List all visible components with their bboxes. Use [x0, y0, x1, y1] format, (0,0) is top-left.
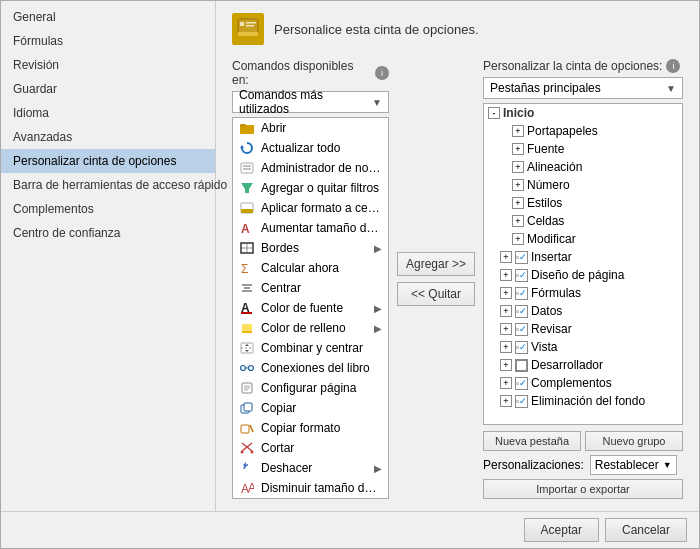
command-item-18[interactable]: AADisminuir tamaño de fuente: [233, 478, 388, 498]
tree-item-8[interactable]: +Diseño de página: [484, 266, 682, 284]
tree-root-row[interactable]: -Inicio: [484, 104, 682, 122]
tree-checkbox[interactable]: [515, 359, 528, 372]
command-item-7[interactable]: ΣCalcular ahora: [233, 258, 388, 278]
tree-item-0[interactable]: +Portapapeles: [484, 122, 682, 140]
command-item-12[interactable]: Conexiones del libro: [233, 358, 388, 378]
sidebar-item-formulas[interactable]: Fórmulas: [1, 29, 215, 53]
tree-expand-icon[interactable]: +: [500, 323, 512, 335]
add-button[interactable]: Agregar >>: [397, 252, 475, 276]
tree-item-9[interactable]: +Fórmulas: [484, 284, 682, 302]
tree-expand-icon[interactable]: +: [512, 161, 524, 173]
sidebar-item-centroconfianza[interactable]: Centro de confianza: [1, 221, 215, 245]
command-item-5[interactable]: AAumentar tamaño de fuente: [233, 218, 388, 238]
command-icon: [239, 141, 255, 155]
sidebar-item-avanzadas[interactable]: Avanzadas: [1, 125, 215, 149]
command-item-11[interactable]: Combinar y centrar: [233, 338, 388, 358]
tree-item-1[interactable]: +Fuente: [484, 140, 682, 158]
tree-expand-icon[interactable]: +: [500, 341, 512, 353]
tree-item-12[interactable]: +Vista: [484, 338, 682, 356]
tree-item-13[interactable]: +Desarrollador: [484, 356, 682, 374]
customize-dropdown[interactable]: Pestañas principales ▼: [483, 77, 683, 99]
ribbon-icon: [232, 13, 264, 45]
tree-item-6[interactable]: +Modificar: [484, 230, 682, 248]
sidebar-item-guardar[interactable]: Guardar: [1, 77, 215, 101]
tree-expand-icon[interactable]: +: [500, 287, 512, 299]
tree-item-3[interactable]: +Número: [484, 176, 682, 194]
tree-item-7[interactable]: +Insertar: [484, 248, 682, 266]
tree-expand-icon[interactable]: +: [500, 269, 512, 281]
tree-expand-icon[interactable]: +: [512, 215, 524, 227]
tree-checkbox[interactable]: [515, 377, 528, 390]
customize-info-icon[interactable]: i: [666, 59, 680, 73]
import-export-button[interactable]: Importar o exportar: [483, 479, 683, 499]
cancel-button[interactable]: Cancelar: [605, 518, 687, 542]
command-item-2[interactable]: Administrador de nombres: [233, 158, 388, 178]
accept-button[interactable]: Aceptar: [524, 518, 599, 542]
tree-container[interactable]: -Inicio+Portapapeles+Fuente+Alineación+N…: [483, 103, 683, 425]
tree-item-2[interactable]: +Alineación: [484, 158, 682, 176]
tree-expand-icon[interactable]: -: [488, 107, 500, 119]
command-item-16[interactable]: Cortar: [233, 438, 388, 458]
command-item-10[interactable]: Color de relleno▶: [233, 318, 388, 338]
svg-text:A: A: [241, 222, 250, 234]
command-item-8[interactable]: Centrar: [233, 278, 388, 298]
submenu-arrow-icon: ▶: [374, 463, 382, 474]
command-icon: [239, 161, 255, 175]
command-item-13[interactable]: Configurar página: [233, 378, 388, 398]
tree-checkbox[interactable]: [515, 323, 528, 336]
command-item-0[interactable]: Abrir: [233, 118, 388, 138]
tree-expand-icon[interactable]: +: [500, 377, 512, 389]
tree-item-10[interactable]: +Datos: [484, 302, 682, 320]
tree-checkbox[interactable]: [515, 305, 528, 318]
command-item-14[interactable]: Copiar: [233, 398, 388, 418]
command-item-15[interactable]: Copiar formato: [233, 418, 388, 438]
new-tab-button[interactable]: Nueva pestaña: [483, 431, 581, 451]
new-group-button[interactable]: Nuevo grupo: [585, 431, 683, 451]
command-item-text: Color de relleno: [261, 321, 368, 335]
command-item-6[interactable]: Bordes▶: [233, 238, 388, 258]
tree-checkbox[interactable]: [515, 251, 528, 264]
commands-dropdown[interactable]: Comandos más utilizados ▼: [232, 91, 389, 113]
tree-expand-icon[interactable]: +: [512, 197, 524, 209]
svg-rect-6: [240, 124, 246, 127]
tree-checkbox[interactable]: [515, 269, 528, 282]
sidebar-item-complementos[interactable]: Complementos: [1, 197, 215, 221]
tree-expand-icon[interactable]: +: [500, 251, 512, 263]
tree-checkbox[interactable]: [515, 341, 528, 354]
tree-expand-icon[interactable]: +: [512, 233, 524, 245]
tree-item-4[interactable]: +Estilos: [484, 194, 682, 212]
tree-item-11[interactable]: +Revisar: [484, 320, 682, 338]
tree-expand-icon[interactable]: +: [500, 359, 512, 371]
command-item-1[interactable]: Actualizar todo: [233, 138, 388, 158]
command-icon: A: [239, 301, 255, 315]
command-item-17[interactable]: Deshacer▶: [233, 458, 388, 478]
sidebar-item-idioma[interactable]: Idioma: [1, 101, 215, 125]
sidebar-item-barraherramientas[interactable]: Barra de herramientas de acceso rápido: [1, 173, 215, 197]
command-item-3[interactable]: Agregar o quitar filtros: [233, 178, 388, 198]
command-item-9[interactable]: AColor de fuente▶: [233, 298, 388, 318]
command-item-text: Combinar y centrar: [261, 341, 382, 355]
tree-expand-icon[interactable]: +: [512, 179, 524, 191]
restore-dropdown[interactable]: Restablecer ▼: [590, 455, 677, 475]
tree-expand-icon[interactable]: +: [500, 395, 512, 407]
sidebar-item-personalizar[interactable]: Personalizar cinta de opciones: [1, 149, 215, 173]
tree-expand-icon[interactable]: +: [500, 305, 512, 317]
tree-item-14[interactable]: +Complementos: [484, 374, 682, 392]
sidebar-item-general[interactable]: General: [1, 5, 215, 29]
commands-list[interactable]: AbrirActualizar todoAdministrador de nom…: [232, 117, 389, 499]
tree-checkbox[interactable]: [515, 395, 528, 408]
commands-dropdown-value: Comandos más utilizados: [239, 88, 372, 116]
svg-rect-25: [242, 331, 252, 333]
remove-button[interactable]: << Quitar: [397, 282, 475, 306]
command-item-19[interactable]: Eliminar celdas...: [233, 498, 388, 499]
tree-checkbox[interactable]: [515, 287, 528, 300]
tree-item-label: Eliminación del fondo: [531, 394, 678, 408]
sidebar-item-revision[interactable]: Revisión: [1, 53, 215, 77]
tree-expand-icon[interactable]: +: [512, 143, 524, 155]
command-item-text: Conexiones del libro: [261, 361, 382, 375]
commands-info-icon[interactable]: i: [375, 66, 389, 80]
tree-item-5[interactable]: +Celdas: [484, 212, 682, 230]
command-item-4[interactable]: Aplicar formato a celdas: [233, 198, 388, 218]
tree-expand-icon[interactable]: +: [512, 125, 524, 137]
tree-item-15[interactable]: +Eliminación del fondo: [484, 392, 682, 410]
